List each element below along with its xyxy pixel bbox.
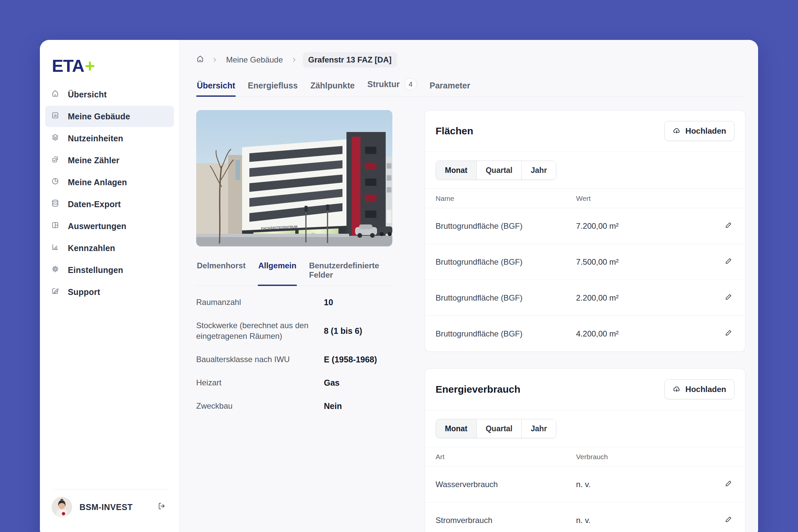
- edit-pencil-icon[interactable]: [724, 515, 735, 525]
- subtab-label: Delmenhorst: [197, 261, 246, 270]
- cloud-download-icon: [673, 385, 681, 394]
- sidebar-item-label: Daten-Export: [68, 200, 121, 209]
- column-header-name: Art: [436, 453, 576, 461]
- sidebar-item-meine-zaehler[interactable]: Meine Zähler: [45, 150, 174, 171]
- table-row: Bruttogrundfläche (BGF) 7.500,00 m²: [425, 244, 745, 280]
- sidebar-item-nutzeinheiten[interactable]: Nutzeinheiten: [45, 128, 174, 149]
- edit-pencil-icon[interactable]: [724, 221, 735, 231]
- logout-icon[interactable]: [158, 502, 168, 512]
- building-subtabs: Delmenhorst Allgemein Benutzerdefinierte…: [196, 261, 392, 286]
- chevron-right-icon: [211, 57, 218, 63]
- app-logo: ETA+: [52, 55, 179, 76]
- pie-chart-icon: [51, 177, 61, 187]
- row-name: Bruttogrundfläche (BGF): [436, 258, 576, 267]
- row-value: n. v.: [576, 480, 720, 489]
- subtab-benutzerdefinierte-felder[interactable]: Benutzerdefinierte Felder: [308, 261, 392, 286]
- tab-label: Struktur: [367, 79, 400, 89]
- column-header-name: Name: [436, 194, 576, 203]
- upload-button[interactable]: Hochladen: [664, 379, 735, 399]
- tab-label: Übersicht: [197, 81, 235, 91]
- edit-pencil-icon[interactable]: [724, 329, 735, 339]
- row-value: 7.200,00 m²: [576, 222, 720, 231]
- sidebar-item-daten-export[interactable]: Daten-Export: [45, 193, 174, 215]
- property-label: Zweckbau: [196, 401, 316, 411]
- table-row: Bruttogrundfläche (BGF) 2.200,00 m²: [425, 280, 745, 316]
- database-icon: [51, 199, 61, 209]
- bar-chart-icon: [51, 243, 61, 253]
- tab-zaehlpunkte[interactable]: Zählpunkte: [309, 77, 355, 96]
- sidebar: ETA+ Übersicht Meine Gebäude Nutzeinheit…: [40, 40, 179, 532]
- panel-title: Flächen: [436, 125, 473, 137]
- sidebar-item-meine-gebaeude[interactable]: Meine Gebäude: [45, 106, 174, 127]
- table-row: Stromverbrauch n. v.: [425, 502, 745, 532]
- property-value: Nein: [324, 401, 342, 411]
- property-row: Heizart Gas: [196, 371, 392, 394]
- energieverbrauch-panel: Energieverbrauch Hochladen Monat Quartal…: [424, 368, 745, 532]
- sidebar-nav: Übersicht Meine Gebäude Nutzeinheiten Me…: [40, 76, 179, 303]
- tab-parameter[interactable]: Parameter: [429, 77, 471, 96]
- upload-button-label: Hochladen: [685, 385, 726, 394]
- breadcrumb-parent[interactable]: Meine Gebäude: [224, 55, 286, 64]
- copy-check-icon: [51, 155, 61, 165]
- sidebar-item-einstellungen[interactable]: Einstellungen: [45, 259, 174, 281]
- breadcrumb: Meine Gebäude Grafenstr 13 FAZ [DA]: [196, 53, 745, 67]
- sidebar-item-support[interactable]: Support: [45, 281, 174, 303]
- tab-struktur[interactable]: Struktur 4: [367, 75, 418, 96]
- column-header-value: Wert: [576, 194, 720, 203]
- property-row: Baualtersklasse nach IWU E (1958-1968): [196, 348, 392, 371]
- segment-jahr[interactable]: Jahr: [521, 419, 556, 438]
- edit-pencil-icon[interactable]: [724, 293, 735, 303]
- sidebar-item-auswertungen[interactable]: Auswertungen: [45, 215, 174, 237]
- sidebar-item-label: Einstellungen: [68, 265, 124, 275]
- chevron-right-icon: [291, 57, 298, 63]
- sidebar-item-kennzahlen[interactable]: Kennzahlen: [45, 238, 174, 259]
- table-header: Name Wert: [425, 189, 745, 208]
- cloud-download-icon: [673, 127, 681, 135]
- struktur-count-badge: 4: [404, 78, 417, 91]
- tab-uebersicht[interactable]: Übersicht: [196, 77, 236, 96]
- edit-pencil-icon[interactable]: [724, 257, 735, 267]
- logo-text: ETA: [52, 56, 84, 75]
- row-name: Stromverbrauch: [436, 516, 576, 525]
- data-panels-column: Flächen Hochladen Monat Quartal Jahr: [424, 110, 745, 532]
- tab-energiefluss[interactable]: Energiefluss: [247, 77, 298, 96]
- property-value: 10: [324, 298, 333, 307]
- edit-pencil-icon[interactable]: [724, 479, 735, 490]
- segment-quartal[interactable]: Quartal: [476, 161, 522, 179]
- layers-icon: [51, 133, 61, 143]
- property-row: Zweckbau Nein: [196, 394, 392, 418]
- segment-quartal[interactable]: Quartal: [476, 419, 522, 438]
- breadcrumb-home-icon[interactable]: [196, 55, 206, 65]
- sidebar-item-label: Übersicht: [68, 90, 107, 99]
- flaechen-panel: Flächen Hochladen Monat Quartal Jahr: [424, 110, 745, 352]
- sidebar-item-label: Support: [68, 287, 100, 297]
- property-label: Baualtersklasse nach IWU: [196, 354, 316, 365]
- row-value: 4.200,00 m²: [576, 329, 720, 339]
- home-icon: [51, 90, 61, 99]
- avatar[interactable]: [52, 497, 72, 517]
- row-name: Bruttogrundfläche (BGF): [436, 329, 576, 339]
- page-tabs: Übersicht Energiefluss Zählpunkte Strukt…: [196, 75, 745, 97]
- property-label: Raumanzahl: [196, 297, 316, 307]
- sidebar-item-meine-anlagen[interactable]: Meine Anlagen: [45, 172, 174, 193]
- column-header-value: Verbrauch: [576, 453, 720, 461]
- app-card: ETA+ Übersicht Meine Gebäude Nutzeinheit…: [40, 40, 758, 532]
- segment-monat[interactable]: Monat: [436, 161, 476, 179]
- content-columns: FACHÄRZTEZENTRUM: [196, 110, 745, 532]
- subtab-allgemein[interactable]: Allgemein: [258, 261, 297, 286]
- subtab-delmenhorst[interactable]: Delmenhorst: [196, 261, 246, 286]
- property-row: Stockwerke (berechnet aus den eingetrage…: [196, 314, 392, 348]
- row-name: Bruttogrundfläche (BGF): [436, 293, 576, 303]
- period-segmented-control: Monat Quartal Jahr: [436, 419, 556, 438]
- breadcrumb-current: Grafenstr 13 FAZ [DA]: [303, 52, 397, 68]
- segment-jahr[interactable]: Jahr: [521, 161, 556, 179]
- table-row: Bruttogrundfläche (BGF) 7.200,00 m²: [425, 208, 745, 244]
- property-value: Gas: [324, 378, 340, 388]
- table-row: Wasserverbrauch n. v.: [425, 466, 745, 502]
- subtab-label: Benutzerdefinierte Felder: [309, 261, 379, 279]
- upload-button[interactable]: Hochladen: [664, 121, 735, 141]
- sidebar-item-uebersicht[interactable]: Übersicht: [45, 84, 174, 105]
- gear-icon: [51, 265, 61, 275]
- segment-monat[interactable]: Monat: [436, 419, 476, 438]
- sidebar-item-label: Auswertungen: [68, 222, 126, 231]
